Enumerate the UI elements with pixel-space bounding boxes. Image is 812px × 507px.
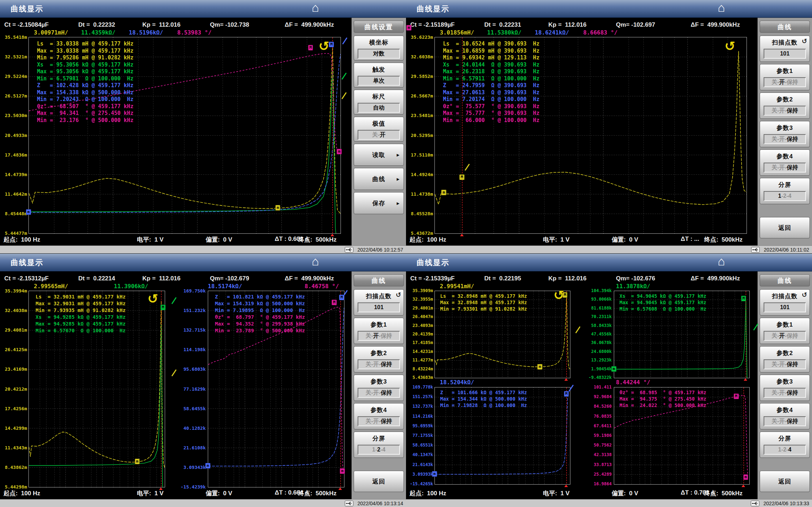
- scale-per-div-label: 18.5196kΩ/: [129, 29, 163, 36]
- legend-line: θz° = 68.985 ° @ 459.177 kHz: [619, 389, 706, 396]
- axis-label: 114.216k: [407, 414, 433, 419]
- menu-button-label: 参数3: [354, 377, 404, 386]
- menu-button-sweep-points[interactable]: 扫描点数↺101: [760, 36, 810, 62]
- menu-button-value: 关-开-保持: [764, 359, 806, 369]
- marker-badge-m[interactable]: m: [337, 149, 342, 154]
- replot-icon[interactable]: ↺: [147, 291, 158, 306]
- menu-button-label: 横坐标: [354, 38, 404, 47]
- menu-button-value: 对数: [358, 49, 400, 59]
- axis-label: 95.6803k: [179, 366, 206, 372]
- menu-button-x-axis-mode[interactable]: 横坐标对数: [354, 36, 404, 60]
- menu-button-scale-ruler[interactable]: 标尺自动: [354, 90, 404, 115]
- marker-badge-M[interactable]: M: [332, 300, 337, 305]
- axis-label: 23.4169m: [1, 366, 27, 372]
- legend-line: Min = 7.93935 mH @ 91.0282 kHz: [36, 307, 126, 314]
- marker-badge-M[interactable]: M: [339, 295, 344, 300]
- menu-button-param-3[interactable]: 参数3关-开-保持: [760, 375, 810, 401]
- menu-button-param-4[interactable]: 参数4关-开-保持: [760, 149, 810, 176]
- menu-button-param-1[interactable]: 参数1关-开-保持: [760, 64, 810, 90]
- menu-button-split-screen[interactable]: 分屏1-2-4: [760, 432, 810, 458]
- menu-button-param-2[interactable]: 参数2关-开-保持: [354, 346, 404, 373]
- marker-badge-m[interactable]: m: [406, 25, 412, 31]
- menu-button-param-3[interactable]: 参数3关-开-保持: [760, 121, 810, 147]
- menu-button-trigger[interactable]: 触发单次: [354, 63, 404, 88]
- menu-button-param-2[interactable]: 参数2关-开-保持: [760, 93, 810, 119]
- marker-badge-m[interactable]: m: [205, 463, 211, 469]
- menu-button-label: 极值: [354, 120, 404, 128]
- marker-needle: [575, 326, 580, 333]
- menu-button-param-3[interactable]: 参数3关-开-保持: [354, 375, 404, 401]
- axis-label: 92.9684: [585, 394, 612, 399]
- soft-menu: 曲线扫描点数↺101参数1关-开-保持参数2关-开-保持参数3关-开-保持参数4…: [352, 271, 406, 499]
- axis-label: 35.3994m: [1, 288, 27, 294]
- measurement-readout: ΔF = 499.900kHz: [285, 21, 334, 28]
- menu-button-param-4[interactable]: 参数4关-开-保持: [760, 403, 810, 429]
- menu-button-save[interactable]: 保存►: [354, 192, 404, 214]
- marker-badge-M[interactable]: M: [564, 391, 569, 397]
- menu-button-return[interactable]: 返回: [760, 217, 810, 238]
- menu-button-return[interactable]: 返回: [760, 471, 810, 492]
- marker-badge-m[interactable]: m: [135, 459, 140, 464]
- legend-line: Min = 6.57911 Ω @ 100.000 Hz: [443, 75, 539, 83]
- menu-button-extremum[interactable]: 极值关-开: [354, 117, 404, 142]
- menu-button-param-2[interactable]: 参数2关-开-保持: [760, 346, 810, 373]
- axis-label: 5.44298m: [1, 484, 27, 490]
- axis-label: 95.6959k: [407, 423, 433, 428]
- axis-label: 14.4924m: [407, 172, 433, 177]
- menu-button-read[interactable]: 读取►: [354, 144, 404, 166]
- menu-button-param-1[interactable]: 参数1关-开-保持: [760, 318, 810, 344]
- marker-badge-m[interactable]: m: [537, 364, 543, 370]
- axis-label: 58.6551k: [407, 443, 433, 448]
- menu-button-value: 关-开-保持: [764, 416, 806, 426]
- axis-label: 35.6223m: [407, 35, 433, 40]
- marker-badge-m[interactable]: m: [340, 468, 345, 474]
- marker-badge-M[interactable]: M: [562, 292, 568, 298]
- marker-badge-m[interactable]: m: [432, 471, 437, 477]
- menu-button-sweep-points[interactable]: 扫描点数↺101: [760, 289, 810, 316]
- legend-line: Min = 6.57608 Ω @ 100.000 Hz: [619, 306, 706, 312]
- status-strip: 2022/04/06 10:11:02: [406, 245, 812, 253]
- marker-badge-m[interactable]: m: [441, 190, 447, 195]
- timestamp: 2022/04/06 10:13:33: [764, 501, 809, 506]
- legend-line: Ls = 32.9031 mH @ 459.177 kHz: [36, 294, 126, 300]
- marker-badge-m[interactable]: m: [611, 366, 617, 372]
- marker-badge-M[interactable]: M: [308, 45, 313, 51]
- legend-line: Min = 7.19895 Ω @ 100.000 Hz: [215, 307, 305, 314]
- legend: Ls = 32.9031 mH @ 459.177 kHzMax = 32.90…: [36, 294, 126, 334]
- marker-needle: [342, 37, 348, 44]
- menu-button-split-screen[interactable]: 分屏1-2-4: [760, 178, 810, 204]
- axis-label: 32.3955m: [407, 297, 433, 302]
- marker-badge-M[interactable]: M: [160, 305, 166, 310]
- menu-button-sweep-points[interactable]: 扫描点数↺101: [354, 289, 404, 316]
- legend-line: Max = 75.777 ° @ 390.693 Hz: [443, 110, 539, 117]
- menu-button-return[interactable]: 返回: [354, 471, 404, 492]
- axis-label: 3.09393k: [407, 472, 433, 477]
- axis-label: 29.5852m: [407, 74, 433, 79]
- marker-badge-M[interactable]: M: [734, 394, 739, 399]
- axis-label: 93.0066k: [585, 297, 612, 302]
- menu-button-label: 返回: [760, 217, 810, 239]
- refresh-icon: ↺: [802, 37, 807, 45]
- menu-button-param-4[interactable]: 参数4关-开-保持: [354, 403, 404, 429]
- curve-green: [29, 324, 163, 487]
- replot-icon[interactable]: ↺: [724, 38, 735, 53]
- menu-button-param-1[interactable]: 参数1关-开-保持: [354, 318, 404, 344]
- marker-badge-M[interactable]: M: [329, 42, 334, 47]
- replot-icon[interactable]: ↺: [318, 38, 329, 53]
- marker-badge-m[interactable]: m: [26, 209, 31, 215]
- axis-label: 23.5481m: [407, 113, 433, 118]
- legend-line: Min = 24.022 ° @ 500.000 kHz: [619, 402, 706, 408]
- menu-button-split-screen[interactable]: 分屏1-2-4: [354, 432, 404, 458]
- axis-label: 3.09343k: [179, 465, 206, 470]
- marker-badge-m[interactable]: m: [275, 205, 280, 211]
- measurement-readout: Dt = 0.22214: [78, 275, 115, 282]
- axis-label: 58.8433k: [585, 323, 612, 328]
- marker-badge-M[interactable]: M: [741, 296, 746, 301]
- axis-label: 8.45448m: [1, 211, 27, 216]
- marker-badge-m[interactable]: m: [743, 474, 748, 480]
- marker-badge-M[interactable]: M: [459, 174, 465, 180]
- axis-label: 14.4231m: [407, 349, 433, 354]
- soft-menu: 曲线扫描点数↺101参数1关-开-保持参数2关-开-保持参数3关-开-保持参数4…: [758, 271, 812, 499]
- menu-button-curve[interactable]: 曲线►: [354, 168, 404, 190]
- menu-button-value: 关-开-保持: [358, 416, 400, 426]
